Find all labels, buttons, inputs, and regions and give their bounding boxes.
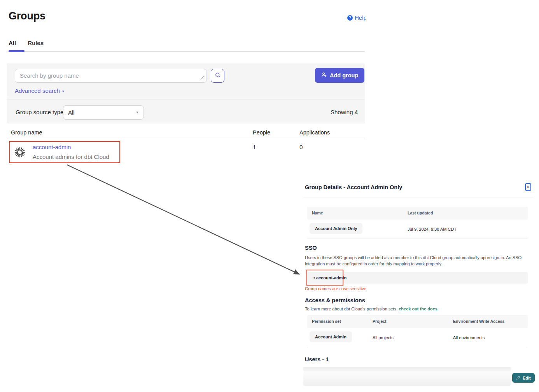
- group-name-pill: Account Admin Only: [310, 223, 362, 234]
- group-source-type-label: Group source type: [16, 109, 63, 115]
- name-column-header: Name: [312, 207, 323, 220]
- tab-rules[interactable]: Rules: [28, 40, 44, 46]
- group-row-people-count: 1: [253, 144, 256, 150]
- users-heading: Users - 1: [305, 356, 329, 362]
- help-label: Help: [355, 14, 366, 21]
- select-caret-icon: ▼: [136, 111, 139, 114]
- showing-count: Showing 4: [331, 109, 358, 115]
- group-row-applications-count: 0: [299, 144, 303, 150]
- permissions-description-text: To learn more about dbt Cloud's permissi…: [305, 307, 399, 311]
- advanced-search-toggle[interactable]: Advanced search ▾: [15, 87, 64, 94]
- column-header-group-name: Group name: [11, 129, 42, 136]
- docs-link[interactable]: check out the docs.: [399, 307, 439, 311]
- sso-description: Users in these SSO groups will be added …: [305, 255, 529, 267]
- case-sensitive-warning: Group names are case sensitive: [305, 286, 366, 291]
- name-table-row: Account Admin Only Jul 9, 2024, 9:30 AM …: [307, 220, 528, 239]
- permissions-heading: Access & permissions: [305, 297, 365, 303]
- edit-button[interactable]: Edit: [512, 373, 535, 383]
- search-icon: [215, 72, 221, 80]
- permission-set-column-header: Permission set: [312, 315, 341, 328]
- permissions-table-header: Permission set Project Environment Write…: [307, 315, 528, 328]
- sso-group-bar: • account-admin: [307, 272, 528, 284]
- search-input[interactable]: [15, 69, 207, 83]
- last-updated-value: Jul 9, 2024, 9:30 AM CDT: [408, 220, 457, 239]
- group-source-type-select[interactable]: All ▼: [63, 105, 144, 120]
- column-header-people: People: [253, 129, 270, 136]
- footer-bar: [303, 371, 511, 386]
- project-column-header: Project: [373, 315, 387, 328]
- edit-label: Edit: [523, 376, 531, 380]
- details-title: Group Details - Account Admin Only: [305, 184, 402, 190]
- table-header-divider: [7, 139, 365, 139]
- group-source-type-value: All: [68, 109, 136, 116]
- env-write-access-value: All environments: [453, 328, 485, 347]
- name-table: Name Last updated Account Admin Only Jul…: [307, 207, 528, 239]
- sso-group-tag: • account-admin: [313, 272, 346, 284]
- help-question-icon: ?: [347, 15, 353, 21]
- group-row-description: Account admins for dbt Cloud: [33, 153, 109, 160]
- permission-set-pill: Account Admin: [310, 331, 352, 342]
- help-link[interactable]: ? Help: [347, 14, 366, 21]
- tab-all[interactable]: All: [9, 40, 16, 46]
- add-user-icon: [321, 72, 327, 79]
- column-header-applications: Applications: [299, 129, 330, 136]
- resize-grip-icon[interactable]: [201, 74, 205, 81]
- add-group-label: Add group: [330, 72, 358, 78]
- add-group-button[interactable]: Add group: [315, 68, 364, 83]
- permissions-table-row: Account Admin All projects All environme…: [307, 328, 528, 347]
- group-details-panel: Group Details - Account Admin Only ✕ Nam…: [303, 179, 534, 389]
- permissions-description: To learn more about dbt Cloud's permissi…: [305, 307, 439, 311]
- active-tab-indicator: [9, 50, 24, 52]
- page-title: Groups: [9, 10, 46, 22]
- search-button[interactable]: [211, 69, 224, 83]
- sso-group-name: account-admin: [316, 275, 346, 280]
- pencil-icon: [516, 375, 521, 381]
- footer-shadow-band: [303, 367, 511, 371]
- tab-bar: All Rules: [9, 40, 44, 46]
- tabs-divider: [9, 51, 365, 52]
- details-divider: [303, 197, 534, 197]
- screen: Groups ? Help All Rules Add group: [0, 0, 539, 392]
- advanced-search-label: Advanced search: [15, 87, 60, 94]
- chevron-down-icon: ▾: [62, 89, 64, 93]
- search-field-wrap: [15, 69, 207, 83]
- group-starburst-icon: [14, 146, 26, 160]
- last-updated-column-header: Last updated: [408, 207, 433, 220]
- project-value: All projects: [373, 328, 394, 347]
- filter-panel: Add group Advanced search ▾ Group source…: [7, 63, 365, 124]
- env-write-access-column-header: Environment Write Access: [453, 315, 504, 328]
- filter-panel-divider: [7, 99, 365, 99]
- permissions-table: Permission set Project Environment Write…: [307, 315, 528, 347]
- close-button[interactable]: ✕: [525, 183, 531, 191]
- sso-heading: SSO: [305, 245, 317, 251]
- close-icon: ✕: [527, 185, 530, 189]
- bullet-icon: •: [313, 275, 315, 280]
- group-row-name-link[interactable]: account-admin: [33, 144, 71, 150]
- name-table-header: Name Last updated: [307, 207, 528, 220]
